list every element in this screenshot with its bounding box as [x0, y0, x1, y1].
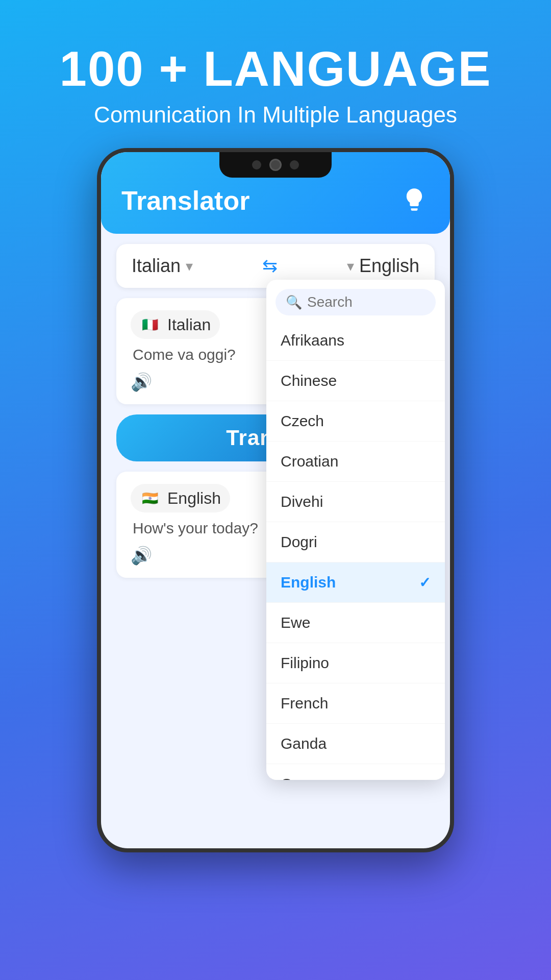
promo-header: 100 + LANGUAGE Comunication In Multiple …: [0, 0, 551, 128]
dropdown-item-label: Dogri: [281, 533, 317, 551]
dropdown-item-label: Ganda: [281, 735, 327, 752]
dropdown-list-item[interactable]: Filipino: [266, 643, 445, 683]
dropdown-search-container[interactable]: 🔍: [276, 289, 436, 315]
phone-notch: [219, 152, 332, 178]
promo-title: 100 + LANGUAGE: [0, 41, 551, 97]
source-chevron-icon: ▾: [186, 258, 193, 275]
source-lang-badge: 🇮🇹 Italian: [131, 310, 220, 339]
dropdown-item-label: English: [281, 574, 336, 591]
dropdown-item-label: Chinese: [281, 372, 337, 389]
target-flag-icon: 🇮🇳: [140, 488, 160, 508]
notch-dot-left: [252, 160, 261, 169]
dropdown-item-label: Divehi: [281, 493, 323, 510]
dropdown-item-label: Filipino: [281, 654, 329, 672]
language-dropdown[interactable]: 🔍 AfrikaansChineseCzechCroatianDivehiDog…: [266, 280, 445, 780]
dropdown-list-item[interactable]: Afrikaans: [266, 321, 445, 361]
phone-frame: Translator Italian ▾ ⇆ ▾ English: [97, 148, 454, 852]
source-language-selector[interactable]: Italian ▾: [132, 255, 193, 277]
phone-screen: Translator Italian ▾ ⇆ ▾ English: [101, 152, 450, 848]
source-card-lang-name: Italian: [167, 315, 211, 334]
dropdown-item-label: Czech: [281, 412, 324, 430]
search-input[interactable]: [307, 294, 425, 310]
phone-mockup: Translator Italian ▾ ⇆ ▾ English: [92, 148, 459, 944]
dropdown-item-label: Afrikaans: [281, 332, 344, 349]
checkmark-icon: ✓: [419, 574, 431, 591]
source-flag-icon: 🇮🇹: [140, 314, 160, 335]
dropdown-item-label: Ewe: [281, 614, 310, 631]
source-speaker-icon[interactable]: 🔊: [131, 372, 152, 391]
target-speaker-icon[interactable]: 🔊: [131, 546, 152, 565]
promo-subtitle: Comunication In Multiple Languages: [0, 102, 551, 128]
dropdown-item-label: French: [281, 695, 328, 712]
target-card-lang-name: English: [167, 489, 221, 508]
dropdown-list-item[interactable]: English✓: [266, 562, 445, 603]
dropdown-list-item[interactable]: Dogri: [266, 522, 445, 562]
dropdown-list-item[interactable]: Croatian: [266, 442, 445, 482]
language-list: AfrikaansChineseCzechCroatianDivehiDogri…: [266, 321, 445, 780]
search-icon: 🔍: [286, 295, 302, 310]
lightbulb-icon[interactable]: [401, 186, 430, 215]
target-language-label: English: [359, 255, 419, 277]
app-title: Translator: [121, 185, 249, 216]
dropdown-list-item[interactable]: Chinese: [266, 361, 445, 401]
dropdown-item-label: German: [281, 775, 336, 780]
notch-camera: [269, 159, 282, 171]
dropdown-list-item[interactable]: German: [266, 764, 445, 780]
target-chevron-icon: ▾: [347, 258, 354, 275]
target-language-selector[interactable]: ▾ English: [347, 255, 419, 277]
dropdown-list-item[interactable]: Ganda: [266, 724, 445, 764]
dropdown-list-item[interactable]: Divehi: [266, 482, 445, 522]
dropdown-list-item[interactable]: French: [266, 683, 445, 724]
target-lang-badge: 🇮🇳 English: [131, 484, 230, 512]
notch-dot-right: [290, 160, 299, 169]
dropdown-list-item[interactable]: Ewe: [266, 603, 445, 643]
swap-languages-icon[interactable]: ⇆: [262, 255, 278, 277]
dropdown-item-label: Croatian: [281, 453, 338, 470]
dropdown-list-item[interactable]: Czech: [266, 401, 445, 442]
source-language-label: Italian: [132, 255, 181, 277]
